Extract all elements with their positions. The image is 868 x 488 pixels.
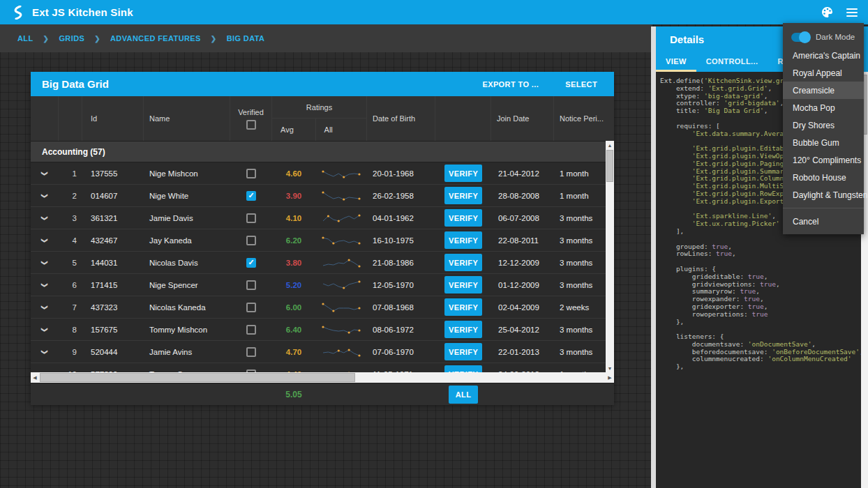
table-row[interactable]: ❯6171415Nige Spencer5.2012-05-1970VERIFY… — [31, 274, 614, 296]
row-expander-icon[interactable]: ❯ — [41, 327, 48, 333]
tab-view[interactable]: VIEW — [656, 57, 696, 72]
dob-cell: 20-01-1968 — [367, 162, 435, 184]
row-expander-icon[interactable]: ❯ — [41, 260, 48, 266]
verified-checkbox[interactable] — [246, 325, 256, 335]
ratings-sparkline — [315, 341, 367, 363]
breadcrumb-item-big-data[interactable]: BIG DATA — [227, 34, 265, 43]
menu-item-120-compliments[interactable]: 120° Compliments — [783, 151, 864, 169]
grid-vscroll-thumb[interactable] — [606, 150, 613, 182]
column-header-avg[interactable]: Avg — [272, 119, 315, 141]
menu-item-mocha-pop[interactable]: Mocha Pop — [783, 99, 864, 116]
column-header-id[interactable]: Id — [82, 96, 144, 141]
join-date-cell: 22-08-2011 — [491, 229, 554, 251]
avg-rating-value: 6.00 — [286, 303, 301, 312]
select-button[interactable]: SELECT — [565, 80, 597, 89]
join-date-cell: 02-04-2009 — [491, 296, 554, 318]
menu-item-america-s-captain[interactable]: America's Captain — [783, 47, 864, 64]
scroll-down-arrow-icon[interactable]: ▼ — [606, 364, 614, 372]
scroll-up-arrow-icon[interactable]: ▲ — [606, 141, 614, 149]
verify-button[interactable]: VERIFY — [444, 343, 482, 360]
verify-button[interactable]: VERIFY — [444, 276, 482, 293]
row-expander-icon[interactable]: ❯ — [41, 193, 48, 199]
verify-button[interactable]: VERIFY — [444, 187, 482, 204]
id-cell: 144031 — [82, 252, 144, 273]
table-row[interactable]: ❯4432467Jay Kaneda6.2016-10-1975VERIFY22… — [31, 229, 614, 252]
verified-checkbox[interactable]: ✓ — [246, 191, 256, 201]
column-header-name[interactable]: Name — [144, 96, 230, 141]
menu-item-cancel[interactable]: Cancel — [783, 213, 864, 230]
id-cell: 437323 — [82, 296, 144, 318]
row-expander-icon[interactable]: ❯ — [41, 171, 48, 176]
panel-splitter[interactable] — [651, 26, 656, 488]
column-header-all[interactable]: All — [315, 119, 366, 141]
verify-button[interactable]: VERIFY — [444, 209, 482, 227]
table-row[interactable]: ❯2014607Nige White✓3.9026-02-1958VERIFY2… — [31, 185, 614, 207]
row-number: 2 — [59, 185, 82, 206]
menu-item-dry-shores[interactable]: Dry Shores — [783, 116, 864, 134]
breadcrumb-item-grids[interactable]: GRIDS — [59, 34, 84, 43]
verified-checkbox[interactable] — [246, 169, 256, 178]
verified-checkbox[interactable]: ✓ — [246, 258, 256, 268]
table-row[interactable]: ❯1137555Nige Mishcon4.6020-01-1968VERIFY… — [31, 162, 614, 185]
table-row[interactable]: ❯8157675Tommy Mishcon6.4008-06-1972VERIF… — [31, 319, 614, 341]
verified-checkbox[interactable] — [246, 213, 256, 223]
export-to-button[interactable]: EXPORT TO ... — [482, 80, 539, 89]
verify-button[interactable]: VERIFY — [444, 298, 482, 316]
verified-checkbox[interactable] — [246, 303, 256, 312]
row-expander-icon[interactable]: ❯ — [41, 282, 48, 288]
grid-horizontal-scrollbar[interactable]: ◀ ▶ — [31, 372, 614, 383]
verify-all-button[interactable]: ALL — [449, 386, 478, 404]
dark-mode-toggle-row[interactable]: Dark Mode — [783, 27, 864, 47]
table-row[interactable]: ❯5144031Nicolas Davis✓3.8021-08-1986VERI… — [31, 252, 614, 274]
main-menu-button[interactable] — [843, 3, 861, 22]
scroll-right-arrow-icon[interactable]: ▶ — [606, 372, 614, 383]
column-header-ratings-group[interactable]: Ratings Avg All — [272, 96, 367, 141]
dark-mode-label: Dark Mode — [816, 33, 855, 41]
verify-button[interactable]: VERIFY — [444, 321, 482, 338]
column-header-verified[interactable]: Verified — [230, 96, 272, 141]
menu-item-daylight-tungsten[interactable]: Daylight & Tungsten — [783, 186, 864, 204]
column-header-dob[interactable]: Date of Birth — [367, 96, 435, 141]
row-expander-icon[interactable]: ❯ — [41, 238, 48, 243]
verified-header-checkbox[interactable] — [246, 120, 256, 130]
table-row[interactable]: ❯7437323Nicolas Kaneda6.0007-08-1968VERI… — [31, 296, 614, 319]
avg-rating-value: 4.10 — [286, 214, 301, 222]
verified-checkbox[interactable] — [246, 280, 256, 290]
theme-palette-button[interactable] — [818, 3, 836, 22]
breadcrumb-separator-icon: ❯ — [211, 35, 217, 43]
menu-item-creamsicle[interactable]: Creamsicle — [783, 82, 864, 99]
verify-button[interactable]: VERIFY — [444, 231, 482, 249]
row-number: 9 — [59, 341, 82, 363]
verified-checkbox[interactable] — [246, 347, 256, 357]
table-row[interactable]: ❯9520444Jamie Avins4.7007-06-1970VERIFY2… — [31, 341, 614, 363]
row-expander-icon[interactable]: ❯ — [41, 215, 48, 221]
menu-item-royal-appeal[interactable]: Royal Appeal — [783, 64, 864, 82]
menu-item-roboto-house[interactable]: Roboto House — [783, 169, 864, 186]
verify-button[interactable]: VERIFY — [444, 254, 482, 271]
app-header: Ext JS Kitchen Sink — [0, 0, 868, 24]
sparkline-chart-icon — [321, 279, 361, 291]
dark-mode-toggle[interactable] — [791, 33, 809, 42]
grid-vertical-scrollbar[interactable]: ▲ ▼ — [606, 141, 614, 372]
id-cell: 014607 — [82, 185, 144, 206]
verify-button[interactable]: VERIFY — [444, 165, 482, 182]
menu-item-bubble-gum[interactable]: Bubble Gum — [783, 134, 864, 151]
table-row[interactable]: ❯3361321Jamie Davis4.1004-01-1962VERIFY0… — [31, 207, 614, 229]
avg-rating-value: 3.90 — [286, 192, 301, 200]
group-header-row[interactable]: Accounting (57) — [31, 142, 614, 162]
grid-hscroll-thumb[interactable] — [40, 373, 355, 382]
tab-controll[interactable]: CONTROLL... — [696, 57, 768, 72]
menu-separator — [783, 208, 864, 208]
table-row[interactable]: ❯10577390Tommy Spencer4.4011-05-1971VERI… — [31, 363, 614, 373]
name-cell: Nige Spencer — [144, 274, 230, 296]
breadcrumb-item-all[interactable]: ALL — [17, 34, 33, 43]
breadcrumb-item-advanced-features[interactable]: ADVANCED FEATURES — [110, 34, 201, 43]
verified-checkbox[interactable] — [246, 236, 256, 245]
sparkline-chart-icon — [321, 346, 361, 358]
grid-rows: ❯1137555Nige Mishcon4.6020-01-1968VERIFY… — [31, 162, 614, 373]
row-expander-icon[interactable]: ❯ — [41, 349, 48, 355]
row-expander-icon[interactable]: ❯ — [41, 305, 48, 310]
scroll-left-arrow-icon[interactable]: ◀ — [31, 372, 39, 383]
column-header-notice-period[interactable]: Notice Peri... — [554, 96, 606, 141]
column-header-join-date[interactable]: Join Date — [491, 96, 554, 141]
